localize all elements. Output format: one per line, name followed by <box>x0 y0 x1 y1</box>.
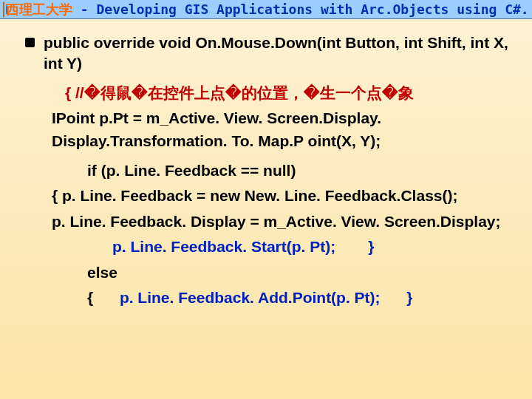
code-start-line: p. Line. Feedback. Start(p. Pt);} <box>25 236 513 258</box>
code-else: else <box>25 262 513 284</box>
code-else-open: { <box>87 289 93 306</box>
code-addpoint: p. Line. Feedback. Add.Point(p. Pt); <box>120 289 381 306</box>
code-ipoint-assign: IPoint p.Pt = m_Active. View. Screen.Dis… <box>25 107 513 152</box>
course-title: Developing GIS Applications with Arc.Obj… <box>97 1 532 17</box>
code-display-assign: p. Line. Feedback. Display = m_Active. V… <box>25 211 513 233</box>
university-logo-icon <box>3 1 4 18</box>
bullet-icon <box>25 38 35 47</box>
slide: 西理工大学 - Developing GIS Applications with… <box>0 0 532 399</box>
code-line: { //�得鼠�在控件上点�的位置，�生一个点�象 <box>25 82 513 104</box>
slide-content: public override void On.Mouse.Down(int B… <box>0 19 532 310</box>
code-if-open-new: { p. Line. Feedback = new New. Line. Fee… <box>25 185 513 207</box>
code-close-brace: } <box>368 238 374 255</box>
university-name: 西理工大学 <box>6 1 72 17</box>
header-title: 西理工大学 - Developing GIS Applications with… <box>6 1 532 18</box>
open-brace-comment: { //�得鼠�在控件上点�的位置，�生一个点�象 <box>65 84 414 101</box>
header-separator: - <box>72 1 97 17</box>
method-signature: public override void On.Mouse.Down(int B… <box>44 33 513 75</box>
code-if-cond: if (p. Line. Feedback == null) <box>25 160 513 182</box>
code-start-call: p. Line. Feedback. Start(p. Pt); <box>112 238 335 255</box>
header-bar: 西理工大学 - Developing GIS Applications with… <box>0 0 532 19</box>
bullet-item: public override void On.Mouse.Down(int B… <box>25 33 513 75</box>
code-close-brace-2: } <box>406 289 412 306</box>
code-else-body: { p. Line. Feedback. Add.Point(p. Pt); } <box>25 287 513 309</box>
